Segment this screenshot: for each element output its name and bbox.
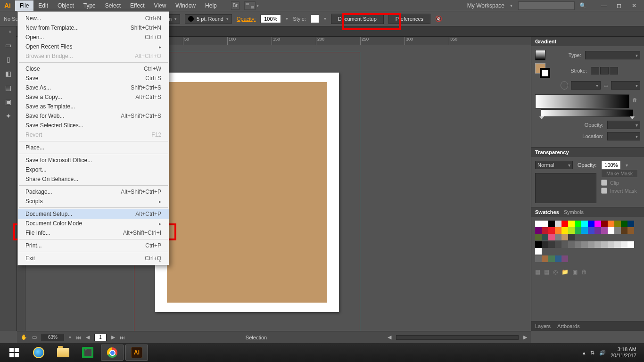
menu-item-save[interactable]: SaveCtrl+S bbox=[18, 74, 169, 83]
swatch[interactable] bbox=[542, 227, 548, 234]
swatch[interactable] bbox=[548, 234, 555, 240]
scroll-left-icon[interactable]: ◀ bbox=[388, 334, 391, 340]
gradient-ramp[interactable] bbox=[535, 94, 629, 108]
blend-mode-dropdown[interactable]: Normal▾ bbox=[535, 161, 573, 169]
minimize-button[interactable]: — bbox=[598, 1, 610, 10]
swatch[interactable] bbox=[588, 221, 594, 227]
first-artboard-icon[interactable]: ⏮ bbox=[76, 335, 81, 340]
scroll-right-icon[interactable]: ▶ bbox=[523, 334, 527, 340]
swatch[interactable] bbox=[561, 255, 568, 262]
menu-item-save-selected-slices[interactable]: Save Selected Slices... bbox=[18, 121, 169, 130]
swatch[interactable] bbox=[568, 241, 575, 248]
symbols-tab[interactable]: Symbols bbox=[564, 209, 584, 215]
swatch[interactable] bbox=[561, 241, 568, 248]
swatch[interactable] bbox=[627, 241, 634, 248]
swatch[interactable] bbox=[542, 255, 548, 262]
transparency-tab[interactable]: Transparency bbox=[535, 149, 569, 155]
menu-item-save-for-web[interactable]: Save for Web...Alt+Shift+Ctrl+S bbox=[18, 111, 169, 121]
swatch[interactable] bbox=[535, 227, 542, 234]
preferences-button[interactable]: Preferences bbox=[388, 14, 430, 24]
menu-item-close[interactable]: CloseCtrl+W bbox=[18, 64, 169, 74]
menu-item-exit[interactable]: ExitCtrl+Q bbox=[18, 254, 169, 263]
stop-location-dropdown[interactable]: ▾ bbox=[607, 132, 640, 140]
trans-opacity-input[interactable] bbox=[601, 161, 621, 169]
close-button[interactable]: ✕ bbox=[628, 1, 640, 10]
trash-icon[interactable]: 🗑 bbox=[632, 97, 639, 103]
document-setup-button[interactable]: Document Setup bbox=[331, 14, 384, 24]
menu-object[interactable]: Object bbox=[53, 0, 79, 11]
direct-select-icon[interactable]: ▯ bbox=[3, 54, 14, 65]
swatch[interactable] bbox=[575, 227, 581, 234]
symbol-spray-icon[interactable]: ✦ bbox=[3, 110, 14, 122]
menu-item-share-on-behance[interactable]: Share On Behance... bbox=[18, 174, 169, 184]
swatch[interactable] bbox=[608, 227, 614, 234]
graphic-style-swatch[interactable] bbox=[311, 15, 319, 23]
fill-stroke-icon[interactable] bbox=[535, 63, 550, 78]
chevron-down-icon[interactable]: ▾ bbox=[69, 335, 71, 340]
swatch[interactable] bbox=[548, 241, 555, 248]
swatch[interactable] bbox=[614, 221, 621, 227]
swatch[interactable] bbox=[561, 234, 568, 240]
swatch[interactable] bbox=[568, 234, 575, 240]
swatch-kind-icon[interactable]: ▤ bbox=[544, 269, 549, 275]
network-icon[interactable]: ⇅ bbox=[590, 350, 594, 356]
menu-item-save-a-copy[interactable]: Save a Copy...Alt+Ctrl+S bbox=[18, 92, 169, 102]
swatch[interactable] bbox=[601, 241, 608, 248]
swatch[interactable] bbox=[568, 227, 575, 234]
swatch[interactable] bbox=[561, 221, 568, 227]
swatch[interactable] bbox=[535, 248, 542, 255]
text-tool-icon[interactable]: ▣ bbox=[3, 96, 14, 107]
tray-arrow-icon[interactable]: ▴ bbox=[583, 350, 586, 356]
swatch[interactable] bbox=[542, 234, 548, 240]
explorer-taskbar-icon[interactable] bbox=[52, 345, 74, 361]
menu-help[interactable]: Help bbox=[200, 0, 222, 11]
chevron-down-icon[interactable]: ▾ bbox=[510, 3, 515, 8]
chevron-down-icon[interactable]: ▾ bbox=[286, 16, 288, 21]
swatch[interactable] bbox=[575, 241, 581, 248]
menu-item-open-recent-files[interactable]: Open Recent Files bbox=[18, 42, 169, 51]
swatch[interactable] bbox=[568, 221, 575, 227]
gradient-type-dropdown[interactable]: ▾ bbox=[585, 51, 640, 59]
swatch[interactable] bbox=[561, 227, 568, 234]
menu-type[interactable]: Type bbox=[79, 0, 100, 11]
swatch[interactable] bbox=[621, 221, 627, 227]
chrome-taskbar-icon[interactable] bbox=[101, 345, 124, 361]
workspace-switcher[interactable]: My Workspace bbox=[464, 1, 507, 10]
swatch[interactable] bbox=[588, 241, 594, 248]
prev-artboard-icon[interactable]: ◀ bbox=[86, 334, 90, 340]
swatch[interactable] bbox=[555, 234, 561, 240]
speaker-icon[interactable]: 🔇 bbox=[435, 16, 442, 22]
volume-icon[interactable]: 🔊 bbox=[599, 350, 606, 356]
swatches-tab[interactable]: Swatches bbox=[535, 209, 559, 215]
swatch[interactable] bbox=[581, 221, 588, 227]
document-tab[interactable]: × bbox=[0, 26, 16, 37]
chevron-down-icon[interactable]: ▾ bbox=[256, 3, 259, 8]
brush-dropdown[interactable]: 5 pt. Round▾ bbox=[185, 14, 232, 24]
swatch[interactable] bbox=[535, 241, 542, 248]
gradient-slider[interactable] bbox=[541, 109, 633, 117]
swatch[interactable] bbox=[548, 255, 555, 262]
menu-edit[interactable]: Edit bbox=[33, 0, 53, 11]
swatch[interactable] bbox=[542, 241, 548, 248]
swatch[interactable] bbox=[608, 221, 614, 227]
ie-taskbar-icon[interactable] bbox=[27, 345, 50, 361]
aspect-dropdown[interactable]: ▾ bbox=[611, 81, 641, 90]
swatch[interactable] bbox=[581, 241, 588, 248]
store-taskbar-icon[interactable]: ⬛ bbox=[76, 345, 99, 361]
delete-swatch-icon[interactable]: 🗑 bbox=[581, 269, 587, 275]
angle-dropdown[interactable]: ▾ bbox=[571, 81, 601, 90]
swatch[interactable] bbox=[614, 227, 621, 234]
menu-item-file-info[interactable]: File Info...Alt+Shift+Ctrl+I bbox=[18, 228, 169, 238]
gradient-tab[interactable]: Gradient bbox=[535, 39, 556, 44]
swatch[interactable] bbox=[535, 234, 542, 240]
artboard-number-input[interactable] bbox=[94, 334, 107, 341]
swatch[interactable] bbox=[614, 241, 621, 248]
make-mask-button[interactable]: Make Mask bbox=[601, 169, 638, 178]
menu-window[interactable]: Window bbox=[171, 0, 200, 11]
artboards-tab[interactable]: Artboards bbox=[557, 323, 580, 329]
swatch[interactable] bbox=[548, 227, 555, 234]
swatch[interactable] bbox=[581, 227, 588, 234]
start-button[interactable] bbox=[3, 345, 25, 361]
swatch[interactable] bbox=[601, 227, 608, 234]
swatch[interactable] bbox=[542, 221, 548, 227]
